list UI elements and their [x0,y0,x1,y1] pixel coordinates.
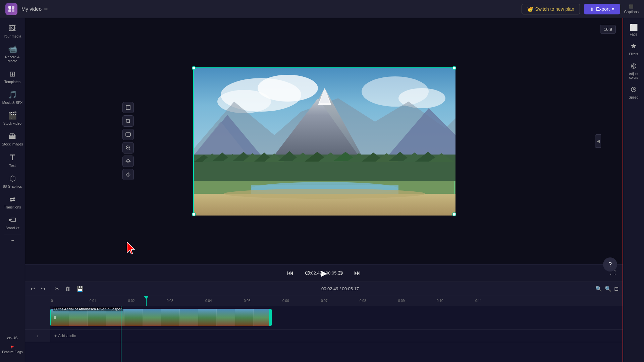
export-button[interactable]: ⬆ Export ▾ [584,4,620,14]
help-button[interactable]: ? [603,257,617,272]
flip-h-button[interactable] [122,169,134,180]
music-note-icon: ♪ [37,334,39,338]
crown-icon: 👑 [527,6,533,12]
save-button[interactable]: 💾 [75,284,85,293]
timeline-ruler: 0 0:01 0:02 0:03 0:04 0:05 0:06 0:07 0:0… [25,296,623,306]
ruler-marks: 0 0:01 0:02 0:03 0:04 0:05 0:06 0:07 0:0… [50,299,513,303]
clip-end-handle[interactable] [269,309,271,326]
svg-point-56 [224,189,425,199]
ruler-mark: 0 [50,299,89,303]
crop-tool-button[interactable] [122,115,134,127]
sidebar-item-text[interactable]: T Text [0,149,25,171]
ruler-mark: 0:03 [166,299,205,303]
fade-tool-button[interactable]: ⬜ Fade [624,21,644,39]
resize-handle-br[interactable] [452,213,456,216]
zoom-tool-button[interactable] [122,142,134,154]
add-audio-button[interactable]: + Add audio [54,334,76,338]
fade-label: Fade [630,33,638,36]
sidebar-item-label: Transitions [4,205,21,209]
timeline-tracks: 60fps Aerial of Athabasca River in Jaspe… [25,306,623,362]
svg-marker-14 [126,161,130,163]
skip-to-start-button[interactable]: ⏮ [285,268,296,278]
video-canvas [193,67,455,215]
transform-toolbar [122,102,134,180]
sidebar-item-music-sfx[interactable]: 🎵 Music & SFX [0,87,25,108]
audio-track-label: ♪ [25,329,50,342]
sidebar-item-label: Templates [4,80,20,84]
transitions-icon: ⇄ [9,195,15,204]
speed-tool-button[interactable]: Speed [624,83,644,102]
topbar: My video ✏ 👑 Switch to new plan ⬆ Export… [0,0,644,18]
select-tool-button[interactable] [122,102,134,113]
clip-thumbnail [143,309,161,326]
ruler-mark: 0:08 [359,299,397,303]
sidebar-item-stock-video[interactable]: 🎬 Stock video [0,108,25,129]
sidebar-item-brand-kit[interactable]: 🏷 Brand kit [0,213,25,233]
right-sidebar: ⬜ Fade Filters Adjust colors Speed [623,18,644,362]
ruler-mark: 0:09 [397,299,436,303]
text-icon: T [10,153,15,162]
svg-marker-13 [126,159,130,161]
zoom-out-button[interactable]: 🔍 [605,286,611,292]
templates-icon: ⊞ [9,70,15,78]
sidebar-item-graphics[interactable]: ⬡ 88 Graphics [0,171,25,192]
fade-icon: ⬜ [630,23,638,32]
svg-marker-16 [128,173,130,177]
fit-timeline-button[interactable]: ⊡ [614,286,619,292]
sidebar-item-stock-images[interactable]: 🏔 Stock images [0,129,25,149]
topbar-actions: 👑 Switch to new plan ⬆ Export ▾ ⬛ Captio… [522,4,639,14]
resize-handle-tr[interactable] [452,66,456,70]
collapse-panel-arrow[interactable]: ◀ [595,134,601,148]
graphics-icon: ⬡ [9,174,16,183]
filters-icon [630,43,637,51]
clip-thumbnail [254,309,272,326]
sidebar-item-your-media[interactable]: 🖼 Your media [0,21,25,42]
sidebar-item-feature-flags[interactable]: 🚩 Feature Flags [1,343,24,357]
skip-to-end-button[interactable]: ⏭ [352,268,363,278]
sidebar-item-label: Stock images [2,142,23,146]
clip-thumbnail [124,309,143,326]
zoom-in-button[interactable]: 🔍 [595,286,602,292]
time-display: 00:02.49 / 00:05.17 [305,270,342,276]
svg-rect-0 [8,6,11,9]
sidebar-more-button[interactable]: ••• [0,236,25,245]
sidebar-item-templates[interactable]: ⊞ Templates [0,66,25,87]
resize-handle-tl[interactable] [192,66,196,70]
delete-button[interactable]: 🗑 [64,285,72,293]
main-area: 🖼 Your media 📹 Record & create ⊞ Templat… [0,18,644,362]
sidebar-item-transitions[interactable]: ⇄ Transitions [0,192,25,213]
video-preview: 16:9 ◀ [25,18,623,264]
your-media-icon: 🖼 [9,24,16,33]
screen-tool-button[interactable] [122,129,134,140]
cut-button[interactable]: ✂ [54,284,61,293]
captions-button[interactable]: ⬛ Captions [624,4,639,14]
clip-thumbnail [235,309,254,326]
sidebar-item-label: Brand kit [5,226,19,230]
track-label [25,306,50,329]
switch-plan-button[interactable]: 👑 Switch to new plan [522,4,580,14]
sidebar-item-label: Stock video [3,121,21,125]
resize-handle-bl[interactable] [192,213,196,216]
brand-kit-icon: 🏷 [9,216,16,225]
edit-title-icon[interactable]: ✏ [44,6,48,12]
sidebar-item-label: Music & SFX [2,101,23,105]
aspect-ratio-badge[interactable]: 16:9 [600,25,616,34]
export-icon: ⬆ [590,6,594,12]
svg-marker-15 [126,173,128,177]
filters-tool-button[interactable]: Filters [624,40,644,59]
ruler-mark: 0:06 [282,299,320,303]
undo-button[interactable]: ↩ [29,284,36,293]
zoom-controls: 🔍 🔍 ⊡ [595,286,619,292]
flip-v-button[interactable] [122,156,134,167]
svg-rect-5 [126,133,130,136]
ruler-mark: 0:02 [127,299,166,303]
adjust-colors-tool-button[interactable]: Adjust colors [624,60,644,82]
clip-thumbnail [88,309,106,326]
redo-button[interactable]: ↪ [40,284,47,293]
record-create-icon: 📹 [8,45,17,54]
video-track-content[interactable]: 60fps Aerial of Athabasca River in Jaspe… [50,306,623,329]
language-selector[interactable]: en-US [6,334,19,342]
stock-video-icon: 🎬 [8,111,17,120]
sidebar-bottom: en-US 🚩 Feature Flags [1,334,24,359]
sidebar-item-record-create[interactable]: 📹 Record & create [0,42,25,66]
